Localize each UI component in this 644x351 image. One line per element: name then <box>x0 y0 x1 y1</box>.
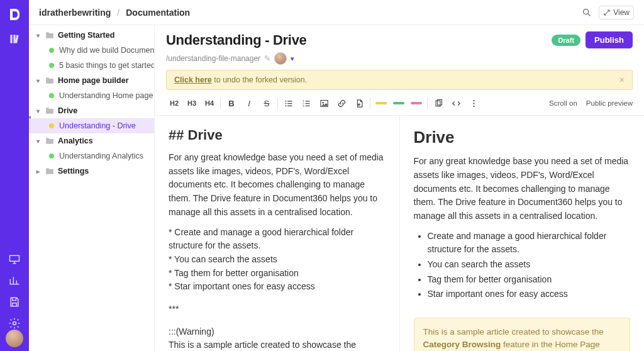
undo-link[interactable]: Click here <box>174 75 212 84</box>
more-icon[interactable] <box>465 96 482 110</box>
md-hr: *** <box>169 303 386 316</box>
md-paragraph: For any great knowledge base you need a … <box>169 151 386 219</box>
list-item: You can search the assets <box>428 258 631 272</box>
settings-icon[interactable] <box>8 317 21 330</box>
status-dot-icon <box>49 153 54 159</box>
sidebar-item-why-build[interactable]: Why did we build Document3… <box>29 43 154 58</box>
link-button[interactable] <box>333 96 350 110</box>
h4-button[interactable]: H4 <box>201 96 218 110</box>
library-icon[interactable] <box>8 33 21 45</box>
breadcrumb: idratherbewriting / Documentation <box>39 8 190 18</box>
status-dot-icon <box>49 63 54 68</box>
article-slug[interactable]: /understanding-file-manager <box>166 54 260 63</box>
svg-point-0 <box>13 322 16 325</box>
article-tree: ▾ Getting Started Why did we build Docum… <box>29 25 155 351</box>
md-bullet: * You can search the assets <box>169 253 386 267</box>
ol-button[interactable]: 123 <box>298 96 314 110</box>
copy-button[interactable] <box>430 96 447 110</box>
sidebar-item-basic-things[interactable]: 5 basic things to get started <box>29 58 154 73</box>
view-label: View <box>613 8 630 17</box>
chevron-down-icon: ▾ <box>36 108 43 114</box>
sidebar-cat-getting-started[interactable]: ▾ Getting Started <box>29 28 154 43</box>
chevron-down-icon: ▾ <box>36 138 43 145</box>
md-heading: ## Drive <box>169 125 386 146</box>
folder-icon <box>45 107 54 114</box>
list-item: Tag them for better organisation <box>428 273 631 287</box>
image-button[interactable] <box>316 96 332 110</box>
search-icon[interactable] <box>580 6 594 20</box>
preview-list: Create and manage a good hierarchical fo… <box>414 230 631 301</box>
chevron-down-icon: ▾ <box>36 32 43 39</box>
app-logo <box>5 5 24 24</box>
folder-icon <box>45 137 54 145</box>
sidebar-cat-drive[interactable]: ▾ Drive <box>29 103 154 118</box>
color-pink-button[interactable] <box>408 96 425 110</box>
svg-point-12 <box>473 100 474 101</box>
folder-icon <box>45 167 54 175</box>
svg-point-9 <box>322 102 324 104</box>
user-avatar[interactable] <box>6 330 23 347</box>
svg-point-1 <box>584 9 589 14</box>
sidebar-cat-home-builder[interactable]: ▾ Home page builder <box>29 73 154 88</box>
public-preview-link[interactable]: Public preview <box>586 99 633 107</box>
article-title[interactable]: Understanding - Drive <box>166 32 307 48</box>
svg-point-3 <box>285 103 286 104</box>
sidebar-label: Home page builder <box>58 76 129 85</box>
edit-slug-icon[interactable]: ✎ <box>264 54 270 63</box>
code-button[interactable] <box>448 96 464 110</box>
sidebar-label: 5 basic things to get started <box>59 61 154 70</box>
undo-fork-banner: Click here to undo the forked version. × <box>166 70 633 90</box>
scroll-toggle[interactable]: Scroll on <box>549 99 577 107</box>
sidebar-item-understanding-analytics[interactable]: Understanding Analytics <box>29 148 154 164</box>
warning-callout: This is a sample article created to show… <box>414 318 631 351</box>
svg-point-2 <box>285 100 286 101</box>
h2-button[interactable]: H2 <box>166 96 182 110</box>
folder-icon <box>45 77 54 84</box>
status-dot-icon <box>49 123 54 128</box>
monitor-icon[interactable] <box>8 253 21 265</box>
publish-button[interactable]: Publish <box>586 31 633 48</box>
md-warning-open: :::(Warning) <box>169 325 386 339</box>
md-bullet: * Tag them for better organisation <box>169 267 386 281</box>
save-icon[interactable] <box>8 296 21 308</box>
sidebar-item-understanding-drive[interactable]: Understanding - Drive <box>29 118 154 133</box>
ul-button[interactable] <box>280 96 297 110</box>
italic-button[interactable]: I <box>241 96 257 110</box>
list-item: Star important ones for easy access <box>428 287 631 301</box>
resize-handle[interactable]: ◂ <box>29 113 31 120</box>
bold-button[interactable]: B <box>223 96 240 110</box>
sidebar-item-understanding-home[interactable]: Understanding Home page bu… <box>29 88 154 103</box>
author-avatar[interactable] <box>274 52 287 65</box>
svg-point-13 <box>473 103 474 104</box>
close-icon[interactable]: × <box>619 75 625 85</box>
folder-icon <box>45 31 54 39</box>
chevron-right-icon: ▸ <box>36 168 43 175</box>
sidebar-cat-settings[interactable]: ▸ Settings <box>29 164 154 179</box>
md-bullet: * Star important ones for easy access <box>169 280 386 294</box>
h3-button[interactable]: H3 <box>184 96 200 110</box>
color-green-button[interactable] <box>391 96 407 110</box>
chevron-down-icon[interactable]: ▾ <box>291 55 294 63</box>
sidebar-label: Understanding Analytics <box>59 152 143 160</box>
color-yellow-button[interactable] <box>373 96 389 110</box>
svg-point-14 <box>473 105 474 106</box>
sidebar-cat-analytics[interactable]: ▾ Analytics <box>29 133 154 148</box>
markdown-editor[interactable]: ## Drive For any great knowledge base yo… <box>155 116 400 351</box>
sidebar-label: Drive <box>58 106 77 115</box>
preview-pane: ◂▸ Drive For any great knowledge base yo… <box>400 116 645 351</box>
svg-text:3: 3 <box>303 104 304 107</box>
preview-paragraph: For any great knowledge base you need a … <box>414 155 631 223</box>
breadcrumb-section[interactable]: Documentation <box>126 8 190 18</box>
analytics-icon[interactable] <box>8 274 21 287</box>
sidebar-label: Analytics <box>58 136 93 145</box>
file-button[interactable] <box>351 96 367 110</box>
breadcrumb-workspace[interactable]: idratherbewriting <box>39 8 111 18</box>
preview-heading: Drive <box>414 125 631 150</box>
sidebar-label: Understanding Home page bu… <box>59 91 154 100</box>
status-badge-draft: Draft <box>552 35 580 46</box>
topbar: idratherbewriting / Documentation View <box>29 0 644 25</box>
strike-button[interactable]: S <box>258 96 275 110</box>
svg-point-4 <box>285 105 286 106</box>
view-button[interactable]: View <box>599 6 634 20</box>
sidebar-label: Getting Started <box>58 31 114 40</box>
